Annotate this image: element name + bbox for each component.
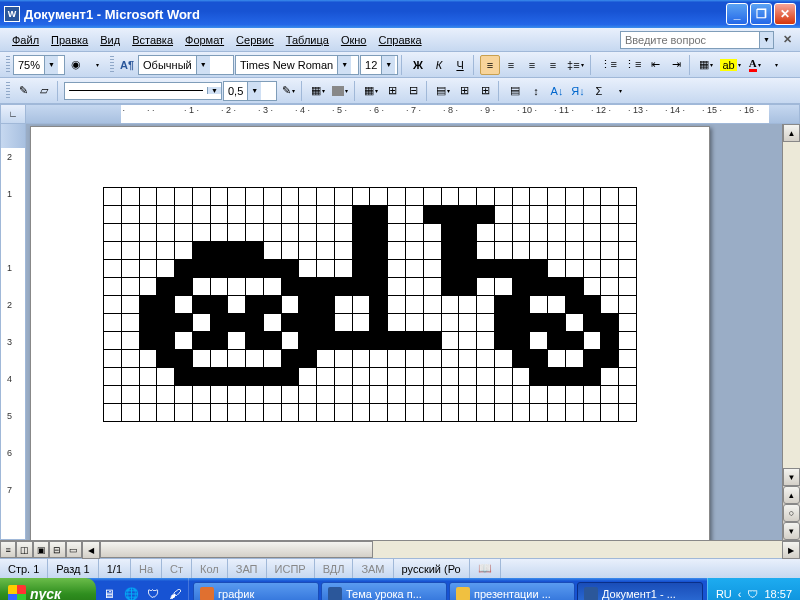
toolbar-options[interactable]: ▾	[610, 81, 630, 101]
close-button[interactable]: ✕	[774, 3, 796, 25]
maximize-button[interactable]: ❐	[750, 3, 772, 25]
line-style-select[interactable]: ▼	[64, 82, 222, 100]
decrease-indent-button[interactable]: ⇤	[645, 55, 665, 75]
font-size-select[interactable]: 12▼	[360, 55, 398, 75]
align-left-button[interactable]: ≡	[480, 55, 500, 75]
menu-file[interactable]: Файл	[6, 32, 45, 48]
merge-cells-button[interactable]: ⊞	[382, 81, 402, 101]
outline-view-button[interactable]: ⊟	[49, 541, 65, 558]
sort-asc-button[interactable]: А↓	[547, 81, 567, 101]
increase-indent-button[interactable]: ⇥	[666, 55, 686, 75]
scroll-left-button[interactable]: ◀	[82, 541, 100, 559]
task-button[interactable]: Тема урока п...	[321, 582, 447, 600]
line-weight-select[interactable]: 0,5▼	[223, 81, 277, 101]
task-button[interactable]: презентации ...	[449, 582, 575, 600]
status-spellcheck-icon[interactable]: 📖	[470, 559, 501, 578]
align-center-button[interactable]: ≡	[501, 55, 521, 75]
bold-button[interactable]: Ж	[408, 55, 428, 75]
close-doc-button[interactable]: ✕	[780, 33, 794, 47]
underline-button[interactable]: Ч	[450, 55, 470, 75]
status-ext[interactable]: ВДЛ	[315, 559, 354, 578]
align-cells-button[interactable]: ▤▾	[433, 81, 453, 101]
tab-selector[interactable]: ∟	[0, 104, 26, 124]
tray-icon[interactable]: 🛡	[747, 588, 758, 600]
scroll-up-button[interactable]: ▲	[783, 124, 800, 142]
draw-table-icon[interactable]: ✎	[13, 81, 33, 101]
sort-desc-button[interactable]: Я↓	[568, 81, 588, 101]
zoom-select[interactable]: 75%▼	[13, 55, 65, 75]
prev-page-button[interactable]: ▴	[783, 486, 800, 504]
menu-help[interactable]: Справка	[372, 32, 427, 48]
tray-lang[interactable]: RU	[716, 588, 732, 600]
document-viewport[interactable]	[26, 124, 782, 540]
insert-table-button[interactable]: ▦▾	[361, 81, 381, 101]
task-button[interactable]: график	[193, 582, 319, 600]
status-ovr[interactable]: ЗАМ	[353, 559, 393, 578]
line-spacing-button[interactable]: ‡≡▾	[564, 55, 587, 75]
vertical-ruler[interactable]: 211234567	[0, 124, 26, 540]
browse-object-button[interactable]: ○	[783, 504, 800, 522]
menu-view[interactable]: Вид	[94, 32, 126, 48]
windows-logo-icon	[8, 585, 26, 600]
font-select[interactable]: Times New Roman▼	[235, 55, 359, 75]
menu-window[interactable]: Окно	[335, 32, 373, 48]
menu-tools[interactable]: Сервис	[230, 32, 280, 48]
ql-icon[interactable]: 🌐	[122, 585, 140, 600]
hscroll-track[interactable]	[100, 541, 782, 558]
ql-icon[interactable]: 🖥	[100, 585, 118, 600]
menu-insert[interactable]: Вставка	[126, 32, 179, 48]
border-color-button[interactable]: ✎▾	[278, 81, 298, 101]
toolbar-handle[interactable]	[110, 56, 114, 74]
menu-format[interactable]: Формат	[179, 32, 230, 48]
ruler-area: ∟ · 3 ·· 2 ·· 1 ·· ·· 1 ·· 2 ·· 3 ·· 4 ·…	[0, 104, 800, 124]
numbered-list-button[interactable]: ⋮≡	[597, 55, 620, 75]
status-trk[interactable]: ИСПР	[267, 559, 315, 578]
bulleted-list-button[interactable]: ⋮≡	[621, 55, 644, 75]
next-page-button[interactable]: ▾	[783, 522, 800, 540]
text-direction-button[interactable]: ↕	[526, 81, 546, 101]
vertical-scrollbar[interactable]: ▲ ▼ ▴ ○ ▾	[782, 124, 800, 540]
highlight-button[interactable]: ab▾	[717, 55, 743, 75]
distribute-cols-button[interactable]: ⊞	[475, 81, 495, 101]
help-search-dropdown[interactable]: ▼	[760, 31, 774, 49]
style-select[interactable]: Обычный▼	[138, 55, 234, 75]
tray-clock[interactable]: 18:57	[764, 588, 792, 600]
align-justify-button[interactable]: ≡	[543, 55, 563, 75]
autosum-button[interactable]: Σ	[589, 81, 609, 101]
toolbar-handle[interactable]	[6, 56, 10, 74]
help-icon[interactable]: ◉	[66, 55, 86, 75]
toolbar-options[interactable]: ▾	[87, 55, 107, 75]
scroll-down-button[interactable]: ▼	[783, 468, 800, 486]
tray-icon[interactable]: ‹	[738, 588, 742, 600]
align-right-button[interactable]: ≡	[522, 55, 542, 75]
split-cells-button[interactable]: ⊟	[403, 81, 423, 101]
ql-icon[interactable]: 🖌	[166, 585, 184, 600]
reading-view-button[interactable]: ▭	[66, 541, 82, 558]
eraser-icon[interactable]: ▱	[34, 81, 54, 101]
scroll-right-button[interactable]: ▶	[782, 541, 800, 559]
start-button[interactable]: пуск	[0, 578, 96, 600]
help-search-input[interactable]	[620, 31, 760, 49]
horizontal-ruler[interactable]: · 3 ·· 2 ·· 1 ·· ·· 1 ·· 2 ·· 3 ·· 4 ·· …	[26, 104, 800, 124]
task-button[interactable]: Документ1 - ...	[577, 582, 703, 600]
toolbar-handle[interactable]	[6, 82, 10, 100]
distribute-rows-button[interactable]: ⊞	[454, 81, 474, 101]
borders-button[interactable]: ▦▾	[696, 55, 716, 75]
minimize-button[interactable]: _	[726, 3, 748, 25]
status-rec[interactable]: ЗАП	[228, 559, 267, 578]
pixel-art-table[interactable]	[103, 187, 637, 422]
italic-button[interactable]: К	[429, 55, 449, 75]
shading-color-button[interactable]: ▾	[329, 81, 351, 101]
status-language[interactable]: русский (Ро	[394, 559, 470, 578]
font-color-button[interactable]: A▾	[745, 55, 765, 75]
outside-border-button[interactable]: ▦▾	[308, 81, 328, 101]
ql-icon[interactable]: 🛡	[144, 585, 162, 600]
web-view-button[interactable]: ◫	[16, 541, 32, 558]
menu-table[interactable]: Таблица	[280, 32, 335, 48]
normal-view-button[interactable]: ≡	[0, 541, 16, 558]
menu-edit[interactable]: Правка	[45, 32, 94, 48]
styles-pane-icon[interactable]: А¶	[117, 55, 137, 75]
toolbar-options[interactable]: ▾	[766, 55, 786, 75]
table-autoformat-button[interactable]: ▤	[505, 81, 525, 101]
print-view-button[interactable]: ▣	[33, 541, 49, 558]
